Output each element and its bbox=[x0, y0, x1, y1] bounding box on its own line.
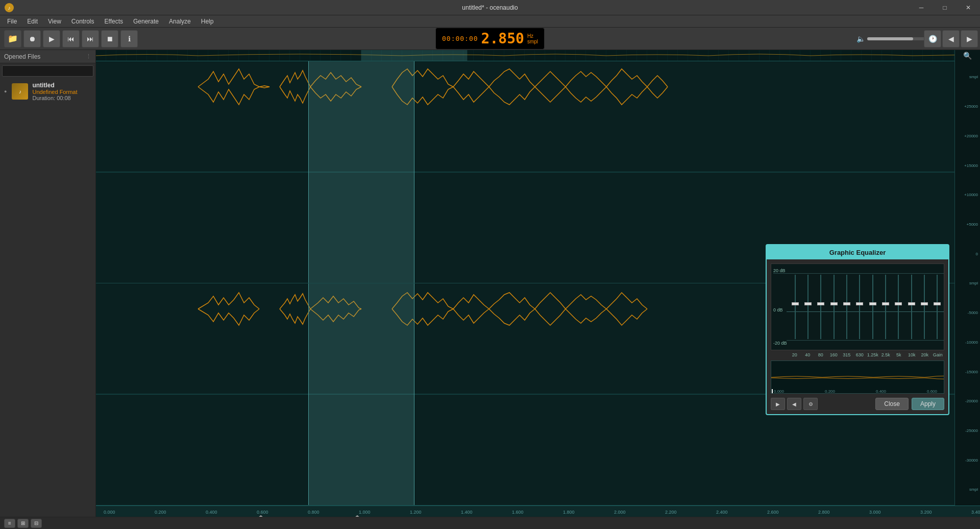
bottom-toolbar: ≡ ⊞ ⊟ bbox=[0, 517, 980, 529]
svg-rect-31 bbox=[771, 361, 944, 394]
eq-handle-2[interactable] bbox=[804, 302, 812, 305]
file-format: Undefined Format bbox=[32, 89, 77, 95]
zoom-view-button[interactable]: ⊟ bbox=[31, 519, 42, 528]
eq-controls: ▶ ◀ ⚙ Close Apply bbox=[771, 398, 944, 410]
eq-handle-1[interactable] bbox=[792, 302, 799, 305]
eq-handle-gain[interactable] bbox=[934, 302, 941, 305]
svg-marker-30 bbox=[355, 515, 360, 517]
svg-rect-3 bbox=[96, 50, 980, 61]
minimize-button[interactable]: ─ bbox=[910, 0, 933, 15]
toolbar: 📁 ⏺ ▶ ⏮ ⏭ ⏹ ℹ 00:00:00 2.850 Hz smpl 🔈 🔊… bbox=[0, 28, 980, 50]
svg-text:0.600: 0.600 bbox=[257, 510, 268, 515]
waveform-area[interactable]: 0.000 0.200 0.400 0.600 0.800 1.000 1.20… bbox=[96, 50, 980, 517]
eq-settings-button[interactable]: ⚙ bbox=[803, 398, 818, 410]
menu-analyze[interactable]: Analyze bbox=[164, 16, 196, 27]
eq-band-7[interactable] bbox=[866, 264, 879, 350]
stop-button[interactable]: ⏹ bbox=[101, 30, 118, 47]
svg-text:0.200: 0.200 bbox=[155, 510, 166, 515]
file-item[interactable]: ● ♪ untitled Undefined Format Duration: … bbox=[0, 79, 95, 104]
svg-text:2.000: 2.000 bbox=[614, 510, 626, 515]
scale-label-25k: +25000 bbox=[957, 104, 978, 109]
folder-open-button[interactable]: 📁 bbox=[4, 30, 21, 47]
eq-freq-80: 80 bbox=[814, 352, 827, 357]
eq-freq-labels: 20 40 80 160 315 630 1.25k 2.5k 5k 10k 2… bbox=[771, 352, 944, 357]
menu-effects[interactable]: Effects bbox=[100, 16, 128, 27]
info-button[interactable]: ℹ bbox=[120, 30, 138, 47]
maximize-button[interactable]: □ bbox=[933, 0, 957, 15]
arrow-right-button[interactable]: ▶ bbox=[961, 30, 978, 47]
eq-handle-7[interactable] bbox=[869, 302, 876, 305]
menu-controls[interactable]: Controls bbox=[66, 16, 100, 27]
rewind-button[interactable]: ⏮ bbox=[62, 30, 80, 47]
eq-band-4[interactable] bbox=[827, 264, 840, 350]
eq-play-button[interactable]: ▶ bbox=[771, 398, 785, 410]
eq-band-8[interactable] bbox=[879, 264, 892, 350]
eq-back-button[interactable]: ◀ bbox=[787, 398, 801, 410]
eq-handle-5[interactable] bbox=[843, 302, 850, 305]
eq-band-9[interactable] bbox=[892, 264, 905, 350]
svg-rect-4 bbox=[361, 50, 468, 61]
eq-handle-3[interactable] bbox=[817, 302, 824, 305]
eq-band-1[interactable] bbox=[789, 264, 801, 350]
sidebar-resize-handle[interactable]: ⋮ bbox=[86, 53, 91, 60]
eq-band-2[interactable] bbox=[801, 264, 814, 350]
eq-freq-10k: 10k bbox=[905, 352, 919, 357]
menu-edit[interactable]: Edit bbox=[22, 16, 43, 27]
search-icon[interactable]: 🔍 bbox=[963, 52, 972, 60]
menu-view[interactable]: View bbox=[43, 16, 66, 27]
menu-generate[interactable]: Generate bbox=[128, 16, 164, 27]
play-button[interactable]: ▶ bbox=[43, 30, 60, 47]
eq-handle-6[interactable] bbox=[856, 302, 863, 305]
scale-label-smpl-bot: smpl bbox=[957, 487, 978, 492]
opened-files-label: Opened Files bbox=[4, 53, 40, 60]
eq-freq-630: 630 bbox=[853, 352, 867, 357]
eq-handle-11[interactable] bbox=[921, 302, 928, 305]
svg-text:3.400: 3.400 bbox=[971, 510, 980, 515]
eq-handle-10[interactable] bbox=[908, 302, 915, 305]
scale-label-15k: +15000 bbox=[957, 163, 978, 168]
time-unit-hz: Hz bbox=[527, 33, 538, 39]
eq-dialog: Graphic Equalizer 20 dB 0 dB -20 dB bbox=[766, 244, 949, 415]
svg-text:♪: ♪ bbox=[8, 5, 11, 11]
clock-button[interactable]: 🕐 bbox=[924, 30, 941, 47]
time-display: 00:00:00 2.850 Hz smpl bbox=[435, 28, 545, 50]
eq-band-11[interactable] bbox=[918, 264, 930, 350]
menu-file[interactable]: File bbox=[2, 16, 22, 27]
arrow-left-button[interactable]: ◀ bbox=[942, 30, 960, 47]
eq-band-3[interactable] bbox=[815, 264, 827, 350]
eq-band-gain[interactable] bbox=[931, 264, 944, 350]
eq-close-button[interactable]: Close bbox=[875, 398, 909, 410]
eq-band-5[interactable] bbox=[840, 264, 853, 350]
file-thumb-icon: ♪ bbox=[19, 89, 21, 94]
eq-handle-9[interactable] bbox=[895, 302, 902, 305]
eq-band-10[interactable] bbox=[905, 264, 918, 350]
scale-label-10k: +10000 bbox=[957, 193, 978, 197]
menu-help[interactable]: Help bbox=[196, 16, 219, 27]
record-mode-button[interactable]: ⏺ bbox=[23, 30, 41, 47]
eq-freq-gain: Gain bbox=[932, 352, 945, 357]
close-button[interactable]: ✕ bbox=[957, 0, 980, 15]
scale-label-0: 0 bbox=[957, 252, 978, 256]
search-box[interactable] bbox=[2, 65, 93, 77]
eq-title: Graphic Equalizer bbox=[829, 249, 886, 256]
window-controls: ─ □ ✕ bbox=[910, 0, 980, 15]
fast-forward-button[interactable]: ⏭ bbox=[82, 30, 99, 47]
eq-band-6[interactable] bbox=[853, 264, 866, 350]
title-bar: ♪ untitled* - ocenaudio ─ □ ✕ bbox=[0, 0, 980, 15]
scale-label-smpl-mid: smpl bbox=[957, 281, 978, 285]
menu-bar: File Edit View Controls Effects Generate… bbox=[0, 15, 980, 28]
eq-handle-4[interactable] bbox=[830, 302, 838, 305]
time-value: 2.850 bbox=[481, 30, 524, 47]
svg-text:1.800: 1.800 bbox=[563, 510, 575, 515]
top-right-search: 🔍 bbox=[954, 50, 980, 61]
eq-title-bar: Graphic Equalizer bbox=[767, 245, 948, 259]
file-name: untitled bbox=[32, 82, 77, 89]
eq-apply-button[interactable]: Apply bbox=[912, 398, 944, 410]
eq-handle-8[interactable] bbox=[882, 302, 889, 305]
volume-slider[interactable] bbox=[867, 37, 928, 40]
selection-overlay-ch2 bbox=[308, 283, 414, 505]
grid-view-button[interactable]: ⊞ bbox=[17, 519, 29, 528]
eq-freq-1250: 1.25k bbox=[866, 352, 879, 357]
list-view-button[interactable]: ≡ bbox=[4, 519, 15, 528]
search-input[interactable] bbox=[5, 68, 91, 74]
